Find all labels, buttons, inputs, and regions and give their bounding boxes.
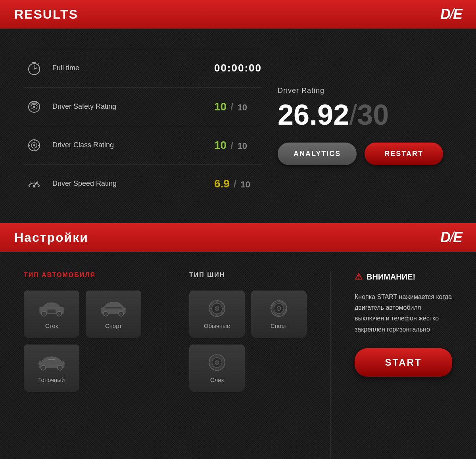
car-type-grid: Сток Спорт [24,290,141,392]
tire-option-normal[interactable]: Обычные [189,290,245,338]
svg-line-10 [36,104,38,105]
svg-rect-48 [216,301,217,303]
start-button[interactable]: START [355,348,452,377]
svg-point-56 [277,307,281,310]
full-time-label: Full time [52,64,214,72]
svg-point-41 [42,366,44,368]
car-race-label: Гоночный [38,376,65,383]
svg-rect-31 [48,309,56,313]
safety-label: Driver Safety Rating [52,102,214,111]
svg-point-35 [105,312,107,314]
warning-text: Кнопка START нажимается когда двигатель … [355,291,452,335]
speed-label: Driver Speed Rating [52,179,214,188]
class-label: Driver Class Rating [52,141,214,149]
svg-rect-46 [209,308,212,309]
car-option-stock[interactable]: Сток [24,290,79,338]
svg-line-23 [31,182,31,183]
svg-point-29 [43,312,45,314]
tire-normal-label: Обычные [204,322,230,329]
svg-line-9 [30,104,32,105]
full-time-value: 00:00:00 [214,62,262,74]
results-title: RESULTS [14,7,78,22]
divider-1 [165,272,165,459]
svg-point-45 [215,307,219,310]
settings-header: Настройки D/E [0,223,476,252]
svg-rect-49 [216,314,217,316]
tire-option-sport[interactable]: Спорт [251,290,307,338]
tire-sport-label: Спорт [271,322,287,329]
tire-type-col: ТИП ШИН Обычные [189,272,307,459]
safety-value: 10 / 10 [214,100,262,113]
class-value: 10 / 10 [214,139,262,152]
car-option-race[interactable]: Гоночный [24,344,79,392]
class-rating-row: Driver Class Rating 10 / 10 [24,126,262,165]
svg-rect-38 [48,359,55,360]
full-time-row: Full time 00:00:00 [24,49,262,88]
tire-type-grid: Обычные Спорт [189,290,307,392]
warning-col: ⚠ ВНИМАНИЕ! Кнопка START нажимается когд… [355,272,452,459]
driver-rating-score: 26.92/30 [278,100,389,129]
svg-line-2 [34,68,37,69]
warning-title: ⚠ ВНИМАНИЕ! [355,272,452,282]
results-header: RESULTS D/E [0,0,476,29]
svg-line-25 [37,182,38,183]
results-section: Full time 00:00:00 Driver Safety Rating … [0,29,476,223]
car-option-sport[interactable]: Спорт [86,290,141,338]
safety-rating-row: Driver Safety Rating 10 / 10 [24,88,262,126]
car-type-col: ТИП АВТОМОБИЛЯ Сток [24,272,141,459]
settings-logo: D/E [440,229,462,246]
driver-rating-label: Driver Rating [278,87,324,95]
warning-icon: ⚠ [355,272,363,282]
results-right-panel: Driver Rating 26.92/30 ANALYTICS RESTART [262,87,452,165]
settings-section: ТИП АВТОМОБИЛЯ Сток [0,252,476,459]
speed-icon [24,174,44,194]
timer-icon [24,58,44,79]
svg-rect-11 [32,102,36,104]
action-buttons: ANALYTICS RESTART [278,143,443,165]
tire-type-title: ТИП ШИН [189,272,307,279]
restart-button[interactable]: RESTART [365,143,443,165]
results-left-panel: Full time 00:00:00 Driver Safety Rating … [24,49,262,203]
class-icon [24,135,44,156]
svg-line-5 [38,64,39,64]
svg-point-30 [58,312,60,314]
speed-value: 6.9 / 10 [214,177,262,190]
svg-point-36 [120,312,122,314]
tire-slick-label: Слик [210,376,224,383]
car-type-title: ТИП АВТОМОБИЛЯ [24,272,141,279]
svg-point-59 [215,361,219,364]
svg-point-8 [33,106,35,108]
settings-title: Настройки [14,230,88,245]
svg-point-14 [33,145,35,146]
svg-point-20 [33,185,35,187]
svg-point-42 [59,366,61,368]
analytics-button[interactable]: ANALYTICS [278,143,357,165]
svg-rect-47 [222,308,225,309]
speed-rating-row: Driver Speed Rating 6.9 / 10 [24,165,262,203]
divider-2 [330,272,331,459]
car-stock-label: Сток [45,322,58,329]
tire-option-slick[interactable]: Слик [189,344,245,392]
safety-icon [24,96,44,117]
car-sport-label: Спорт [105,322,122,329]
results-logo: D/E [440,6,462,23]
